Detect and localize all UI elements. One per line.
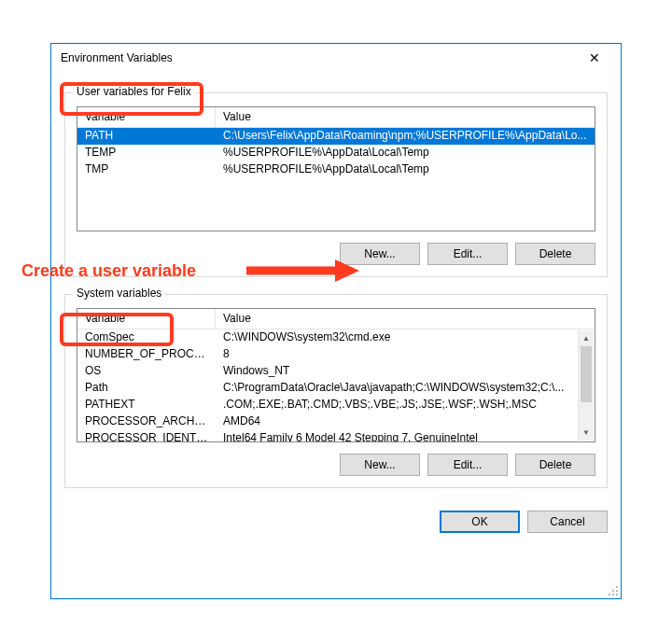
cell-variable: ComSpec xyxy=(77,329,216,346)
titlebar[interactable]: Environment Variables ✕ xyxy=(51,44,621,72)
user-edit-button[interactable]: Edit... xyxy=(427,243,508,265)
cell-value: %USERPROFILE%\AppData\Local\Temp xyxy=(216,145,595,161)
table-row[interactable]: PathC:\ProgramData\Oracle\Java\javapath;… xyxy=(77,380,579,397)
system-variables-list[interactable]: Variable Value ComSpecC:\WINDOWS\system3… xyxy=(77,308,595,442)
table-row[interactable]: PROCESSOR_IDENTIFIERIntel64 Family 6 Mod… xyxy=(77,430,579,441)
svg-point-4 xyxy=(612,594,614,595)
svg-point-5 xyxy=(616,594,618,595)
table-row[interactable]: ComSpecC:\WINDOWS\system32\cmd.exe xyxy=(77,329,579,346)
cell-variable: PATHEXT xyxy=(77,397,216,413)
user-group-label: User variables for Felix xyxy=(73,85,195,98)
dialog-title: Environment Variables xyxy=(61,51,574,64)
env-vars-dialog: Environment Variables ✕ User variables f… xyxy=(50,43,622,599)
cancel-button[interactable]: Cancel xyxy=(527,511,608,533)
scroll-thumb[interactable] xyxy=(581,346,592,402)
cell-variable: OS xyxy=(77,363,216,380)
user-new-button[interactable]: New... xyxy=(340,243,420,265)
cell-variable: Path xyxy=(77,380,216,397)
svg-point-1 xyxy=(612,590,614,592)
cell-variable: NUMBER_OF_PROCESSORS xyxy=(77,346,216,363)
column-variable[interactable]: Variable xyxy=(77,309,216,329)
table-row[interactable]: TEMP%USERPROFILE%\AppData\Local\Temp xyxy=(77,145,595,161)
scroll-up-icon[interactable]: ▲ xyxy=(579,330,594,346)
svg-point-3 xyxy=(609,594,610,595)
column-value[interactable]: Value xyxy=(216,309,595,329)
cell-variable: TEMP xyxy=(77,145,216,161)
cell-value: C:\WINDOWS\system32\cmd.exe xyxy=(216,329,579,346)
scroll-down-icon[interactable]: ▼ xyxy=(579,425,594,441)
svg-point-2 xyxy=(616,590,618,592)
table-row[interactable]: OSWindows_NT xyxy=(77,363,579,380)
user-variables-list[interactable]: Variable Value PATHC:\Users\Felix\AppDat… xyxy=(77,106,595,231)
system-delete-button[interactable]: Delete xyxy=(515,454,595,476)
cell-variable: PROCESSOR_IDENTIFIER xyxy=(77,430,216,441)
table-row[interactable]: PROCESSOR_ARCHITECTUREAMD64 xyxy=(77,413,579,430)
list-header[interactable]: Variable Value xyxy=(77,107,595,128)
cell-value: C:\Users\Felix\AppData\Roaming\npm;%USER… xyxy=(216,128,595,145)
cell-value: C:\ProgramData\Oracle\Java\javapath;C:\W… xyxy=(216,380,579,397)
column-value[interactable]: Value xyxy=(216,107,595,127)
column-variable[interactable]: Variable xyxy=(77,107,216,127)
cell-value: AMD64 xyxy=(216,413,579,430)
cell-value: .COM;.EXE;.BAT;.CMD;.VBS;.VBE;.JS;.JSE;.… xyxy=(216,397,579,413)
resize-grip-icon[interactable] xyxy=(606,583,619,596)
list-header[interactable]: Variable Value xyxy=(77,309,595,329)
table-row[interactable]: TMP%USERPROFILE%\AppData\Local\Temp xyxy=(77,161,595,178)
system-variables-group: System variables Variable Value ComSpecC… xyxy=(64,294,608,488)
table-row[interactable]: NUMBER_OF_PROCESSORS8 xyxy=(77,346,579,363)
system-group-label: System variables xyxy=(73,287,165,300)
scrollbar[interactable]: ▲ ▼ xyxy=(578,330,594,441)
cell-value: Windows_NT xyxy=(216,363,579,380)
table-row[interactable]: PATHC:\Users\Felix\AppData\Roaming\npm;%… xyxy=(77,128,595,145)
system-edit-button[interactable]: Edit... xyxy=(427,454,508,476)
cell-value: %USERPROFILE%\AppData\Local\Temp xyxy=(216,161,595,178)
user-delete-button[interactable]: Delete xyxy=(515,243,595,265)
table-row[interactable]: PATHEXT.COM;.EXE;.BAT;.CMD;.VBS;.VBE;.JS… xyxy=(77,397,579,413)
user-variables-group: User variables for Felix Variable Value … xyxy=(64,92,608,277)
close-button[interactable]: ✕ xyxy=(574,45,615,71)
close-icon: ✕ xyxy=(589,51,600,64)
ok-button[interactable]: OK xyxy=(440,511,520,533)
cell-value: Intel64 Family 6 Model 42 Stepping 7, Ge… xyxy=(216,430,579,441)
svg-point-0 xyxy=(616,586,618,588)
cell-variable: PATH xyxy=(77,128,216,145)
cell-variable: PROCESSOR_ARCHITECTURE xyxy=(77,413,216,430)
cell-value: 8 xyxy=(216,346,579,363)
system-new-button[interactable]: New... xyxy=(340,454,420,476)
cell-variable: TMP xyxy=(77,161,216,178)
